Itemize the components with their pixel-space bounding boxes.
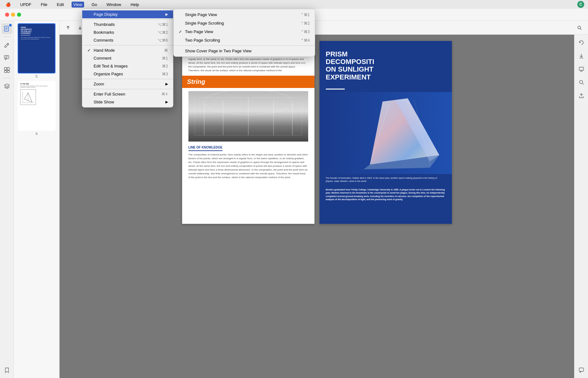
menu-separator-1 (82, 19, 173, 20)
menubar-updf[interactable]: UPDF (18, 2, 33, 8)
shortcut-thumbnails: ⌥⌘1 (158, 22, 168, 27)
right-icon-comments[interactable] (576, 365, 587, 375)
menu-item-organize[interactable]: Organize Pages ⌘3 (82, 70, 173, 78)
thumb-6-diagram (20, 89, 36, 105)
toolbar-right-section (575, 23, 584, 32)
prism-title: PRISM DECOMPOSITI ON SUNLIGHT EXPERIMENT (320, 41, 452, 86)
thumbnail-5-img: PRISMDECOMPOSITION SUNLIGHTEXPERIMENT Th… (18, 23, 55, 73)
toolbar-scroll-up[interactable] (63, 23, 73, 32)
svg-rect-35 (579, 67, 584, 70)
menu-label-organize: Organize Pages (94, 72, 123, 76)
submenu-label-two-page-view: Two Page View (185, 29, 213, 34)
submenu-label-two-page-scrolling: Two Page Scrolling (185, 38, 220, 43)
traffic-lights (5, 13, 21, 17)
menu-separator-2 (82, 45, 173, 45)
shortcut-single-page-view: ⌃⌘1 (301, 13, 310, 17)
sidebar-separator-2 (3, 78, 11, 78)
menu-item-bookmarks[interactable]: Bookmarks ⌥⌘2 (82, 28, 173, 36)
submenu-label-single-page-scrolling: Single Page Scrolling (185, 21, 224, 26)
menubar-go[interactable]: Go (90, 2, 99, 8)
maximize-button[interactable] (17, 13, 21, 17)
right-icon-share[interactable] (576, 90, 587, 101)
submenu-label-show-cover-page: Show Cover Page in Two Page View (185, 49, 251, 53)
menu-item-page-display[interactable]: Page Display ▶ (82, 10, 173, 18)
pdf-page-right: PRISM DECOMPOSITI ON SUNLIGHT EXPERIMENT (320, 41, 452, 224)
menu-label-thumbnails: Thumbnails (94, 22, 115, 27)
right-icon-download[interactable] (576, 50, 587, 61)
menubar-window[interactable]: Window (105, 2, 123, 8)
user-avatar[interactable]: C (577, 1, 584, 8)
submenu-item-two-page-view[interactable]: ✓ Two Page View ⌃⌘3 (174, 27, 315, 36)
svg-rect-11 (7, 71, 9, 73)
menu-label-edit-text: Edit Text & Images (94, 64, 128, 68)
svg-marker-14 (24, 93, 32, 102)
prism-divider (326, 89, 345, 90)
menu-item-fullscreen[interactable]: Enter Full Screen ⌘F (82, 90, 173, 98)
menu-item-thumbnails[interactable]: Thumbnails ⌥⌘1 (82, 20, 173, 28)
right-icon-undo[interactable] (576, 37, 587, 48)
sidebar-icon-organize[interactable] (2, 65, 12, 75)
orange-banner: String (182, 76, 314, 88)
shortcut-comment: ⌘1 (162, 56, 168, 61)
menu-item-edit-text[interactable]: Edit Text & Images ⌘2 (82, 62, 173, 70)
sidebar-icon-layers[interactable] (2, 81, 12, 91)
sidebar-icon-bookmark[interactable] (2, 365, 12, 375)
thumbnail-page-5[interactable]: PRISMDECOMPOSITION SUNLIGHTEXPERIMENT Th… (16, 23, 57, 78)
right-icon-search[interactable] (576, 77, 587, 88)
check-two-page-view: ✓ (179, 29, 185, 34)
notification-dot (9, 24, 12, 26)
menubar-file[interactable]: File (39, 2, 49, 8)
menu-item-comment[interactable]: Comment ⌘1 (82, 54, 173, 62)
submenu-item-two-page-scrolling[interactable]: Two Page Scrolling ⌃⌘4 (174, 36, 315, 44)
close-button[interactable] (5, 13, 9, 17)
sidebar-icon-edit[interactable] (2, 39, 12, 50)
menu-item-zoom[interactable]: Zoom ▶ (82, 80, 173, 88)
shortcut-organize: ⌘3 (162, 72, 168, 76)
submenu-separator (174, 45, 315, 46)
check-hand-mode: ✓ (87, 48, 92, 53)
menu-item-slideshow[interactable]: Slide Show ▶ (82, 98, 173, 106)
menu-separator-3 (82, 79, 173, 79)
submenu-item-single-page-scrolling[interactable]: Single Page Scrolling ⌃⌘2 (174, 19, 315, 27)
shortcut-edit-text: ⌘2 (162, 64, 168, 68)
apple-menu[interactable]: 🍎 (4, 2, 13, 8)
menu-label-slideshow: Slide Show (94, 100, 114, 104)
svg-point-38 (579, 80, 583, 84)
submenu-item-single-page-view[interactable]: Single Page View ⌃⌘1 (174, 10, 315, 19)
svg-rect-8 (4, 67, 7, 70)
menubar-help[interactable]: Help (129, 2, 141, 8)
prism-founder-section: Newton graduated from Trinity College, C… (320, 186, 452, 204)
svg-rect-40 (579, 368, 584, 371)
thumb-5-line (21, 35, 30, 35)
menu-label-comments: Comments (94, 38, 113, 43)
menu-item-comments[interactable]: Comments ⌥⌘6 (82, 36, 173, 44)
shortcut-two-page-view: ⌃⌘3 (301, 30, 310, 34)
menu-item-hand-mode[interactable]: ✓ Hand Mode ⌘ (82, 46, 173, 54)
page-body-text-2: The composition of ordered points: here … (188, 153, 308, 179)
thumbnail-page-6[interactable]: AT THE TIME These studies laid the found… (16, 81, 57, 136)
shortcut-single-page-scrolling: ⌃⌘2 (301, 21, 310, 26)
svg-rect-10 (4, 71, 7, 73)
menubar-edit[interactable]: Edit (55, 2, 66, 8)
sidebar-icon-comment[interactable] (2, 52, 12, 63)
svg-line-19 (580, 28, 582, 30)
right-icon-present[interactable] (576, 64, 587, 74)
menu-label-comment: Comment (94, 56, 111, 61)
shortcut-hand-mode: ⌘ (164, 48, 168, 53)
submenu-item-show-cover-page[interactable]: Show Cover Page in Two Page View (174, 47, 315, 55)
menu-label-page-display: Page Display (94, 12, 118, 17)
minimize-button[interactable] (11, 13, 15, 17)
svg-rect-9 (7, 67, 9, 70)
thumbnail-6-img: AT THE TIME These studies laid the found… (18, 81, 55, 131)
left-sidebar (0, 21, 14, 378)
svg-rect-5 (4, 55, 9, 59)
thumb-6-content: AT THE TIME These studies laid the found… (18, 81, 55, 130)
menubar: 🍎 UPDF File Edit View Go Window Help C (0, 0, 588, 9)
sidebar-icon-read[interactable] (2, 23, 12, 34)
menubar-view[interactable]: View (72, 2, 84, 8)
view-dropdown-menu: Page Display ▶ Thumbnails ⌥⌘1 Bookmarks … (82, 9, 173, 108)
thumb-6-body: These studies laid the foundation for th… (20, 85, 53, 88)
prism-founder-text: Newton graduated from Trinity College, C… (326, 188, 446, 201)
toolbar-search[interactable] (575, 23, 584, 32)
submenu-arrow-page-display: ▶ (165, 12, 168, 16)
